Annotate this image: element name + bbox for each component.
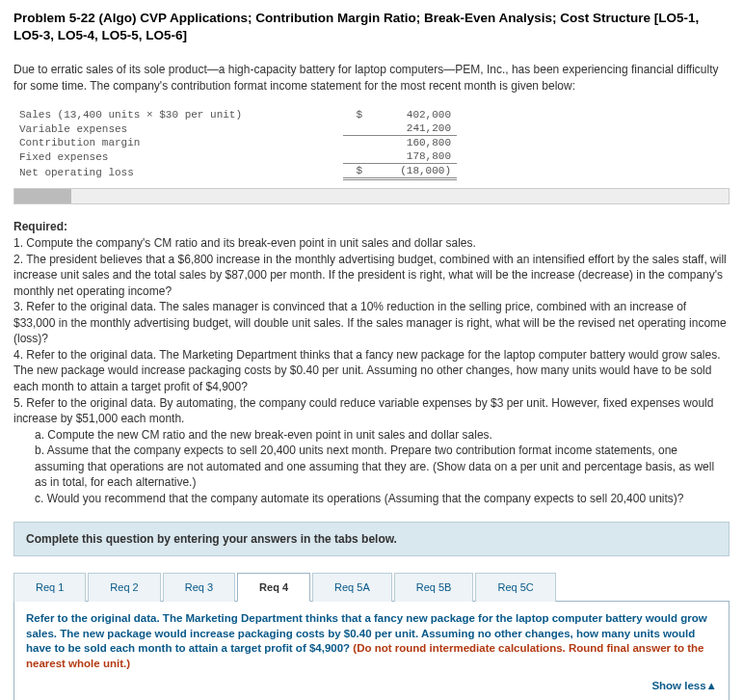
- row-value: 178,800: [368, 149, 457, 164]
- requirement-item: 2. The president believes that a $6,800 …: [13, 252, 730, 300]
- problem-title: Problem 5-22 (Algo) CVP Applications; Co…: [13, 10, 730, 44]
- row-label: Contribution margin: [13, 136, 343, 150]
- row-label: Fixed expenses: [13, 149, 343, 164]
- tab-req2[interactable]: Req 2: [88, 573, 160, 602]
- table-row: Contribution margin 160,800: [13, 136, 457, 150]
- requirement-item: 3. Refer to the original data. The sales…: [13, 299, 730, 347]
- requirement-item: 5. Refer to the original data. By automa…: [13, 395, 730, 427]
- tab-req5b[interactable]: Req 5B: [394, 573, 474, 602]
- instruction-banner: Complete this question by entering your …: [13, 522, 730, 556]
- tab-bar: Req 1 Req 2 Req 3 Req 4 Req 5A Req 5B Re…: [13, 572, 730, 602]
- tab-req5c[interactable]: Req 5C: [475, 573, 555, 602]
- table-row: Sales (13,400 units × $30 per unit) $ 40…: [13, 108, 457, 121]
- show-less-row: Show less▲: [26, 679, 717, 694]
- row-label: Sales (13,400 units × $30 per unit): [13, 108, 343, 121]
- table-row: Fixed expenses 178,800: [13, 149, 457, 164]
- horizontal-scrollbar[interactable]: [13, 188, 730, 204]
- row-label: Net operating loss: [13, 164, 343, 179]
- scrollbar-thumb[interactable]: [14, 189, 71, 203]
- show-less-link[interactable]: Show less▲: [651, 680, 717, 691]
- row-label: Variable expenses: [13, 121, 343, 136]
- income-statement: Sales (13,400 units × $30 per unit) $ 40…: [13, 108, 730, 180]
- tab-req1[interactable]: Req 1: [13, 573, 86, 602]
- requirements-list: 1. Compute the company's CM ratio and it…: [13, 235, 730, 506]
- tab-req5a[interactable]: Req 5A: [312, 573, 392, 602]
- row-value: (18,000): [368, 164, 457, 179]
- row-value: 160,800: [368, 136, 457, 150]
- requirement-item: 4. Refer to the original data. The Marke…: [13, 347, 730, 395]
- panel-instruction: Refer to the original data. The Marketin…: [26, 612, 707, 669]
- requirement-subitem: c. Would you recommend that the company …: [35, 491, 730, 507]
- table-row: Variable expenses 241,200: [13, 121, 457, 136]
- tab-panel-req4: Refer to the original data. The Marketin…: [13, 602, 730, 700]
- currency-symbol: $: [343, 164, 368, 179]
- table-row: Net operating loss $ (18,000): [13, 164, 457, 179]
- requirement-item: 1. Compute the company's CM ratio and it…: [13, 235, 730, 252]
- tab-req4[interactable]: Req 4: [237, 573, 310, 602]
- row-value: 402,000: [368, 108, 457, 121]
- requirement-subitem: b. Assume that the company expects to se…: [35, 443, 730, 491]
- intro-paragraph: Due to erratic sales of its sole product…: [13, 62, 730, 94]
- currency-symbol: $: [343, 108, 368, 121]
- row-value: 241,200: [368, 121, 457, 136]
- requirement-subitem: a. Compute the new CM ratio and the new …: [35, 427, 730, 444]
- tab-req3[interactable]: Req 3: [163, 573, 235, 602]
- required-heading: Required:: [13, 220, 730, 233]
